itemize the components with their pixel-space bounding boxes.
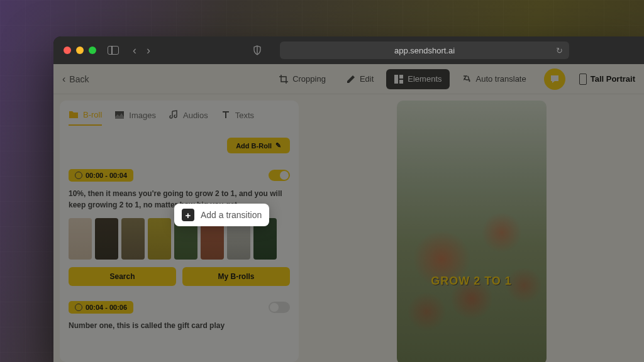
svg-rect-0 (394, 75, 398, 84)
url-text: app.sendshort.ai (394, 46, 455, 55)
nav-back-icon[interactable]: ‹ (133, 44, 136, 57)
panel-tabs: B-roll Images Audios Texts (69, 109, 290, 131)
my-brolls-button[interactable]: My B-rolls (182, 267, 290, 286)
time-chip-2[interactable]: 00:04 - 00:06 (69, 301, 133, 314)
text-icon (221, 110, 231, 120)
cropping-label: Cropping (292, 74, 326, 84)
nav-forward-icon[interactable]: › (147, 44, 150, 57)
add-transition-tooltip[interactable]: + Add a transition (174, 204, 269, 226)
broll-thumb[interactable] (148, 218, 171, 260)
cropping-button[interactable]: Cropping (271, 69, 333, 89)
reload-icon[interactable]: ↻ (556, 46, 563, 55)
browser-window: ‹ › app.sendshort.ai ↻ ‹ Back Cropping E… (53, 36, 644, 362)
edit-button[interactable]: Edit (338, 69, 381, 89)
back-label: Back (69, 74, 89, 84)
traffic-lights (64, 47, 96, 54)
tab-audios[interactable]: Audios (169, 109, 208, 126)
tab-broll-label: B-roll (83, 110, 102, 119)
search-button[interactable]: Search (69, 267, 176, 286)
tooltip-text: Add a transition (201, 210, 262, 220)
tab-texts[interactable]: Texts (221, 109, 254, 126)
minimize-window-icon[interactable] (76, 47, 84, 54)
tab-audios-label: Audios (183, 111, 208, 120)
pencil-icon (346, 74, 356, 84)
video-preview[interactable]: GROW 2 TO 1 (397, 101, 547, 362)
auto-translate-button[interactable]: Auto translate (455, 69, 534, 89)
translate-icon (462, 74, 472, 84)
segment-2: 00:04 - 00:06 Number one, this is called… (69, 301, 290, 331)
tab-broll[interactable]: B-roll (69, 109, 102, 126)
time-chip-1[interactable]: 00:00 - 00:04 (69, 169, 133, 182)
segment-1-toggle[interactable] (269, 170, 290, 181)
tab-images[interactable]: Images (114, 109, 156, 126)
image-icon (114, 110, 125, 120)
chevron-left-icon: ‹ (62, 74, 65, 85)
clock-icon (75, 304, 82, 311)
preview-area: GROW 2 TO 1 (299, 94, 644, 362)
broll-thumb[interactable] (121, 218, 145, 260)
chat-button[interactable] (544, 69, 565, 90)
maximize-window-icon[interactable] (89, 47, 96, 54)
wand-icon: ✎ (275, 141, 281, 150)
broll-thumb[interactable] (69, 218, 92, 260)
aspect-label: Tall Portrait (591, 74, 635, 84)
svg-rect-2 (399, 80, 403, 84)
chat-icon (549, 74, 560, 85)
folder-icon (69, 109, 79, 119)
add-broll-button[interactable]: Add B-Roll ✎ (227, 138, 290, 153)
main-area: B-roll Images Audios Texts (53, 94, 644, 362)
close-window-icon[interactable] (64, 47, 71, 54)
edit-label: Edit (360, 74, 374, 84)
segment-1: 00:00 - 00:04 10%, then it means you're … (69, 169, 290, 286)
browser-chrome: ‹ › app.sendshort.ai ↻ (53, 36, 644, 64)
tab-texts-label: Texts (235, 111, 254, 120)
elements-panel: B-roll Images Audios Texts (60, 101, 299, 362)
elements-label: Elements (408, 74, 441, 84)
translate-label: Auto translate (476, 74, 526, 84)
sidebar-toggle-icon[interactable] (108, 46, 119, 55)
shield-icon[interactable] (252, 45, 262, 55)
crop-icon (279, 74, 289, 84)
app-frame: ‹ Back Cropping Edit Elements Auto trans… (53, 64, 644, 362)
back-button[interactable]: ‹ Back (62, 74, 89, 85)
url-bar[interactable]: app.sendshort.ai ↻ (280, 41, 569, 59)
broll-thumb[interactable] (95, 218, 118, 260)
segment-2-text: Number one, this is called the gift card… (69, 320, 290, 331)
aspect-selector[interactable]: Tall Portrait (579, 74, 635, 85)
tab-images-label: Images (129, 111, 156, 120)
elements-button[interactable]: Elements (386, 69, 449, 89)
time-2: 00:04 - 00:06 (86, 304, 127, 311)
segment-2-toggle[interactable] (269, 302, 290, 313)
app-topbar: ‹ Back Cropping Edit Elements Auto trans… (53, 64, 644, 94)
phone-icon (579, 74, 587, 85)
clock-icon (75, 172, 82, 179)
plus-icon: + (182, 209, 194, 221)
caption-overlay: GROW 2 TO 1 (397, 275, 547, 288)
svg-rect-1 (399, 75, 403, 79)
time-1: 00:00 - 00:04 (86, 172, 127, 179)
add-broll-label: Add B-Roll (236, 142, 272, 150)
music-icon (169, 110, 179, 120)
elements-icon (394, 74, 404, 84)
